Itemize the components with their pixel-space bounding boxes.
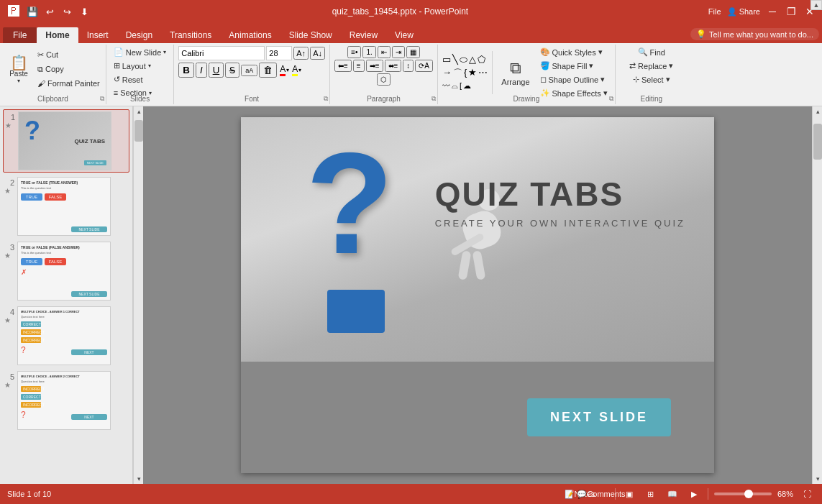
replace-button[interactable]: ⇄ Replace ▾ [626, 60, 676, 72]
line-spacing-button[interactable]: ↕ [403, 60, 414, 72]
arrange-button[interactable]: ⧉ Arrange [497, 52, 534, 93]
shape-star-icon[interactable]: ★ [468, 67, 477, 80]
shape-freeform-icon[interactable]: 〰 [442, 81, 450, 91]
app-icon: 🅿 [6, 4, 22, 19]
shape-oval-icon[interactable]: ⬭ [460, 54, 467, 65]
slide-thumb-3[interactable]: 3 ★ TRUE or FALSE (FALSE ANSWER) This is… [3, 240, 129, 302]
align-right-button[interactable]: ➡≡ [366, 60, 383, 72]
zoom-slider-thumb[interactable] [744, 490, 753, 498]
scroll-down-arrow[interactable]: ▾ [134, 474, 144, 484]
slide-canvas[interactable]: ? [241, 117, 714, 473]
font-size-decrease-button[interactable]: A↓ [310, 47, 325, 60]
bold-button[interactable]: B [178, 63, 194, 78]
reset-button[interactable]: ↺ Reset [111, 73, 146, 86]
font-name-input[interactable] [178, 46, 265, 60]
fit-slide-button[interactable]: ⛶ [799, 486, 815, 502]
shape-outline-button[interactable]: ◻ Shape Outline ▾ [537, 73, 611, 86]
clearformat-button[interactable]: 🗑 [259, 63, 277, 78]
slideshow-button[interactable]: ▶ [686, 486, 702, 502]
tab-slideshow[interactable]: Slide Show [280, 27, 341, 43]
minimize-button[interactable]: ─ [766, 5, 779, 18]
slide-sorter-button[interactable]: ⊞ [643, 486, 659, 502]
font-expand-icon[interactable]: ⧉ [324, 95, 328, 103]
tab-insert[interactable]: Insert [78, 27, 117, 43]
shape-pentagon-icon[interactable]: ⬠ [478, 54, 485, 65]
share-button[interactable]: 👤 Share [727, 7, 760, 17]
justify-button[interactable]: ⬌≡ [385, 60, 402, 72]
tab-animations[interactable]: Animations [220, 27, 280, 43]
align-left-button[interactable]: ⬅≡ [334, 60, 352, 72]
shape-fill-button[interactable]: 🪣 Shape Fill ▾ [537, 60, 611, 72]
align-center-button[interactable]: ≡ [353, 60, 365, 72]
drawing-expand-icon[interactable]: ⧉ [609, 95, 613, 103]
shape-curve-icon[interactable]: ⌒ [453, 67, 462, 80]
shape-triangle-icon[interactable]: △ [469, 54, 476, 65]
font-color-chevron[interactable]: ▾ [286, 67, 289, 73]
columns-button[interactable]: ▦ [406, 46, 420, 58]
convert-to-smartart-button[interactable]: ⬡ [377, 73, 391, 86]
tab-file[interactable]: File [3, 27, 37, 43]
shape-rect-icon[interactable]: ▭ [442, 54, 451, 65]
undo-button[interactable]: ↩ [42, 4, 58, 19]
underline-button[interactable]: U [209, 63, 224, 78]
shape-arc-icon[interactable]: ⌓ [452, 81, 458, 91]
normal-view-button[interactable]: ▣ [621, 486, 637, 502]
decrease-indent-button[interactable]: ⇤ [378, 46, 391, 58]
canvas-scroll-up[interactable]: ▴ [813, 106, 822, 116]
new-slide-button[interactable]: 📄 New Slide ▾ [111, 46, 170, 58]
strikethrough-button[interactable]: S̶ [225, 63, 239, 78]
layout-button[interactable]: ⊞ Layout ▾ [111, 60, 154, 72]
slide-num-3: 3 [4, 243, 14, 252]
smallcaps-button[interactable]: aA [241, 65, 257, 76]
tab-design[interactable]: Design [117, 27, 161, 43]
highlight-chevron[interactable]: ▾ [298, 67, 301, 73]
tab-review[interactable]: Review [341, 27, 386, 43]
slide-thumb-4[interactable]: 4 ★ MULTIPLE CHOICE - ANSWER 1 CORRECT Q… [3, 305, 129, 367]
reading-view-button[interactable]: 📖 [665, 486, 680, 502]
star-icon-1: ★ [5, 122, 15, 129]
save-button[interactable]: 💾 [24, 4, 40, 19]
find-button[interactable]: 🔍 Find [635, 46, 668, 58]
ribbon-collapse-button[interactable]: ▲ [810, 0, 822, 10]
slide-thumb-2[interactable]: 2 ★ TRUE or FALSE (TRUE ANSWER) This is … [3, 175, 129, 237]
next-slide-button[interactable]: NEXT SLIDE [527, 398, 671, 436]
shape-more-icon[interactable]: ⋯ [478, 67, 488, 80]
zoom-slider[interactable] [714, 492, 772, 495]
paste-button[interactable]: 📋 Paste ▾ [4, 49, 33, 91]
tell-me-box[interactable]: 💡 Tell me what you want to do... [690, 28, 819, 40]
scroll-thumb[interactable] [134, 120, 143, 142]
slide-num-5: 5 [4, 372, 14, 381]
numbering-button[interactable]: 1. [362, 46, 375, 58]
slide-thumb-1[interactable]: 1 ★ ? QUIZ TABS NEXT SLIDE [3, 109, 129, 173]
canvas-scroll-thumb[interactable] [813, 124, 822, 160]
tab-view[interactable]: View [386, 27, 422, 43]
select-button[interactable]: ⊹ Select ▾ [630, 73, 673, 86]
bullets-button[interactable]: ≡• [347, 46, 361, 58]
canvas-scroll-down[interactable]: ▾ [813, 474, 822, 484]
font-size-increase-button[interactable]: A↑ [293, 47, 309, 60]
shape-line-icon[interactable]: ╲ [452, 54, 458, 65]
clipboard-expand-icon[interactable]: ⧉ [100, 95, 104, 103]
increase-indent-button[interactable]: ⇥ [392, 46, 405, 58]
quick-styles-button[interactable]: 🎨 Quick Styles ▾ [537, 46, 611, 58]
customize-qa-button[interactable]: ⬇ [76, 4, 92, 19]
restore-button[interactable]: ❐ [785, 5, 798, 18]
italic-button[interactable]: I [196, 63, 207, 78]
shape-brace-icon[interactable]: { [464, 67, 467, 80]
format-painter-button[interactable]: 🖌 Format Painter [35, 78, 103, 89]
text-direction-button[interactable]: ⟳A [415, 60, 433, 72]
copy-button[interactable]: ⧉ Copy [35, 63, 103, 75]
slide-thumb-5[interactable]: 5 ★ MULTIPLE CHOICE - ANSWER 2 CORRECT Q… [3, 370, 129, 431]
tab-transitions[interactable]: Transitions [161, 27, 220, 43]
redo-button[interactable]: ↪ [59, 4, 75, 19]
main-area: 1 ★ ? QUIZ TABS NEXT SLIDE 2 ★ TRUE or F… [0, 106, 822, 484]
shape-bracket-icon[interactable]: [ [460, 81, 462, 91]
shape-arrow-icon[interactable]: → [442, 67, 452, 80]
shape-cloud-icon[interactable]: ☁ [463, 81, 471, 91]
tab-home[interactable]: Home [37, 27, 78, 43]
cut-button[interactable]: ✂ Cut [35, 49, 103, 61]
font-size-input[interactable] [266, 46, 292, 60]
comments-button[interactable]: 💬 Comments [593, 486, 609, 502]
office-tutorials-link[interactable]: File [708, 7, 721, 16]
paragraph-expand-icon[interactable]: ⧉ [431, 95, 436, 103]
